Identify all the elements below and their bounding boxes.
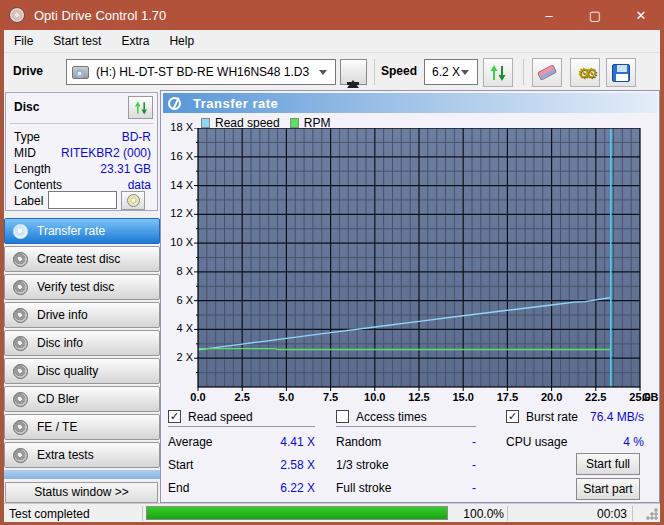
divider <box>632 506 633 521</box>
progress-percent: 100.0% <box>452 507 504 521</box>
sidebar-item-create-test-disc[interactable]: Create test disc <box>4 246 160 272</box>
main-header-title: Transfer rate <box>193 96 278 111</box>
x-tick-label: 15.0 <box>445 391 481 403</box>
divider <box>142 506 143 521</box>
stat-row-random: Random- <box>336 435 476 450</box>
y-tick-label: 10 X <box>161 236 193 248</box>
refresh-icon <box>133 100 149 116</box>
drive-label: Drive <box>13 64 43 78</box>
y-tick-label: 12 X <box>161 207 193 219</box>
drive-dropdown[interactable]: (H:) HL-DT-ST BD-RE WH16NS48 1.D3 <box>66 59 336 85</box>
chevron-down-icon <box>461 70 469 75</box>
stat-row-start: Start2.58 X <box>168 458 315 473</box>
stat-row-cpu-usage: CPU usage4 % <box>506 435 644 450</box>
progress-bar <box>146 506 448 520</box>
x-axis-unit-label: GB <box>642 391 659 403</box>
refresh-speeds-button[interactable] <box>483 58 513 87</box>
divider <box>168 426 315 427</box>
sidebar-item-drive-info[interactable]: Drive info <box>4 302 160 328</box>
burst-rate-value: 76.4 MB/s <box>590 410 644 424</box>
disc-refresh-button[interactable] <box>128 96 153 119</box>
chevron-down-icon <box>319 70 327 75</box>
eraser-icon <box>537 64 557 80</box>
burst-rate-checkbox-label: Burst rate <box>526 410 578 424</box>
speed-dropdown-value: 6.2 X <box>432 65 460 79</box>
burst-rate-checkbox[interactable]: ✓ <box>506 410 519 423</box>
stat-row-one-third-stroke: 1/3 stroke- <box>336 458 476 473</box>
read-speed-legend-swatch <box>201 118 210 128</box>
y-tick-label: 6 X <box>161 294 193 306</box>
close-button[interactable]: ✕ <box>618 0 664 30</box>
disc-row-mid: MIDRITEKBR2 (000) <box>14 146 151 160</box>
y-tick-label: 4 X <box>161 322 193 334</box>
toolbar-separator <box>523 59 524 85</box>
sidebar-item-transfer-rate[interactable]: Transfer rate <box>4 218 160 244</box>
transfer-rate-icon <box>168 97 181 110</box>
disc-icon <box>13 364 28 379</box>
y-tick-label: 8 X <box>161 265 193 277</box>
erase-disc-button[interactable] <box>532 58 562 87</box>
sidebar-item-disc-quality[interactable]: Disc quality <box>4 358 160 384</box>
disc-icon <box>13 336 28 351</box>
check-icon: ✓ <box>170 411 179 422</box>
check-icon: ✓ <box>508 411 517 422</box>
y-tick-label: 2 X <box>161 351 193 363</box>
minimize-button[interactable]: – <box>526 0 572 30</box>
status-window-button[interactable]: Status window >> <box>5 482 158 503</box>
title-bar[interactable]: Opti Drive Control 1.70 – ▢ ✕ <box>0 0 664 30</box>
disc-icon <box>13 308 28 323</box>
rpm-legend-swatch <box>290 118 299 128</box>
y-tick-label: 18 X <box>161 121 193 133</box>
refresh-icon <box>488 63 508 83</box>
eject-button[interactable] <box>340 59 367 85</box>
elapsed-time: 00:03 <box>509 507 627 521</box>
access-times-checkbox-row: ✓ Access times <box>336 409 427 424</box>
toolbar-separator <box>374 59 375 85</box>
start-part-button[interactable]: Start part <box>576 478 640 500</box>
resize-grip[interactable] <box>646 508 658 520</box>
x-tick-label: 12.5 <box>401 391 437 403</box>
disc-icon <box>13 224 28 239</box>
divider <box>507 506 508 521</box>
disc-row-contents: Contentsdata <box>14 178 151 192</box>
speed-dropdown[interactable]: 6.2 X <box>424 59 478 85</box>
sidebar-item-cd-bler[interactable]: CD Bler <box>4 386 160 412</box>
disc-icon <box>13 448 28 463</box>
label-label: Label <box>14 194 43 208</box>
write-label-button[interactable] <box>121 191 145 210</box>
menu-file[interactable]: File <box>4 31 43 51</box>
toolbar: Drive (H:) HL-DT-ST BD-RE WH16NS48 1.D3 … <box>4 53 660 90</box>
sidebar-item-fe-te[interactable]: FE / TE <box>4 414 160 440</box>
x-tick-label: 5.0 <box>268 391 304 403</box>
access-times-checkbox[interactable]: ✓ <box>336 410 349 423</box>
burst-rate-checkbox-row: ✓ Burst rate 76.4 MB/s <box>506 409 644 424</box>
x-tick-label: 17.5 <box>489 391 525 403</box>
sidebar-item-verify-test-disc[interactable]: Verify test disc <box>4 274 160 300</box>
settings-button[interactable]: ⚙⚙ <box>570 58 600 87</box>
eject-icon <box>347 66 359 85</box>
read-speed-checkbox-row: ✓ Read speed <box>168 409 253 424</box>
maximize-button[interactable]: ▢ <box>572 0 618 30</box>
stat-row-average: Average4.41 X <box>168 435 315 450</box>
disc-icon <box>13 280 28 295</box>
disc-row-length: Length23.31 GB <box>14 162 151 176</box>
disc-icon <box>13 252 28 267</box>
x-tick-label: 0.0 <box>180 391 216 403</box>
read-speed-checkbox[interactable]: ✓ <box>168 410 181 423</box>
sidebar-item-extra-tests[interactable]: Extra tests <box>4 442 160 468</box>
menu-extra[interactable]: Extra <box>111 31 159 51</box>
progress-bar-fill <box>147 507 447 519</box>
disc-contents-link[interactable]: data <box>128 178 151 192</box>
label-input[interactable] <box>48 191 117 209</box>
start-full-button[interactable]: Start full <box>576 453 640 475</box>
x-tick-label: 22.5 <box>578 391 614 403</box>
menu-start-test[interactable]: Start test <box>43 31 111 51</box>
save-button[interactable] <box>606 58 636 87</box>
sidebar-item-disc-info[interactable]: Disc info <box>4 330 160 356</box>
menu-help[interactable]: Help <box>159 31 204 51</box>
sidebar-accent-strip <box>4 470 160 479</box>
speed-label: Speed <box>381 64 417 78</box>
disc-icon <box>13 420 28 435</box>
x-tick-label: 2.5 <box>224 391 260 403</box>
stat-row-end: End6.22 X <box>168 481 315 496</box>
